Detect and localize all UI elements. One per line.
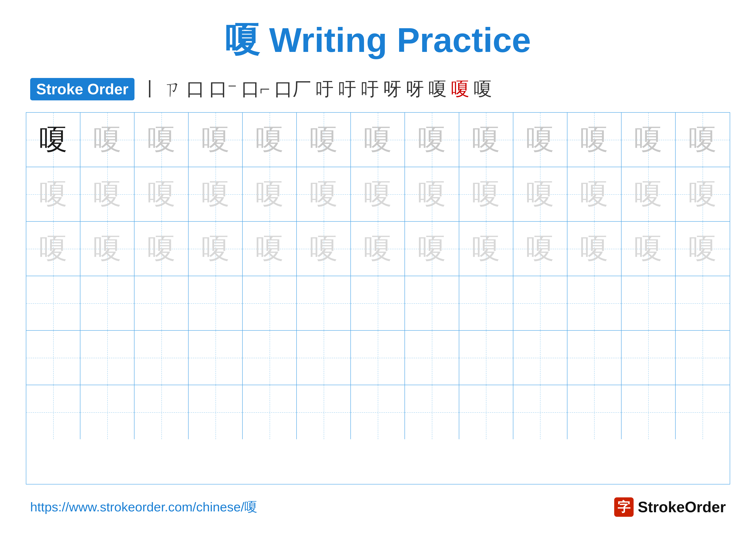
grid-row-5 [26, 385, 730, 439]
stroke-step-7: 吁 [338, 77, 356, 101]
grid-cell-5-3[interactable] [189, 385, 243, 439]
grid-cell-1-6[interactable]: 嗄 [351, 167, 405, 221]
grid-cell-2-0[interactable]: 嗄 [26, 222, 80, 276]
grid-cell-0-6[interactable]: 嗄 [351, 113, 405, 167]
grid-cell-0-8[interactable]: 嗄 [459, 113, 513, 167]
stroke-step-0: 丨 [141, 77, 159, 101]
grid-cell-3-9[interactable] [513, 276, 567, 330]
grid-cell-0-10[interactable]: 嗄 [567, 113, 622, 167]
grid-cell-3-7[interactable] [405, 276, 459, 330]
grid-cell-2-6[interactable]: 嗄 [351, 222, 405, 276]
grid-cell-0-12[interactable]: 嗄 [676, 113, 730, 167]
grid-cell-5-7[interactable] [405, 385, 459, 439]
practice-char: 嗄 [39, 230, 67, 268]
practice-char: 嗄 [148, 230, 176, 268]
grid-cell-4-10[interactable] [567, 331, 622, 385]
grid-row-0: 嗄嗄嗄嗄嗄嗄嗄嗄嗄嗄嗄嗄嗄 [26, 113, 730, 167]
grid-cell-1-10[interactable]: 嗄 [567, 167, 622, 221]
grid-cell-4-7[interactable] [405, 331, 459, 385]
grid-cell-2-10[interactable]: 嗄 [567, 222, 622, 276]
grid-cell-5-2[interactable] [134, 385, 189, 439]
practice-char: 嗄 [202, 175, 230, 213]
grid-cell-5-11[interactable] [622, 385, 676, 439]
grid-cell-2-1[interactable]: 嗄 [80, 222, 134, 276]
grid-cell-1-11[interactable]: 嗄 [622, 167, 676, 221]
grid-cell-3-12[interactable] [676, 276, 730, 330]
grid-cell-3-4[interactable] [243, 276, 297, 330]
grid-cell-4-9[interactable] [513, 331, 567, 385]
grid-cell-5-0[interactable] [26, 385, 80, 439]
grid-cell-3-1[interactable] [80, 276, 134, 330]
grid-cell-5-12[interactable] [676, 385, 730, 439]
grid-cell-2-8[interactable]: 嗄 [459, 222, 513, 276]
grid-cell-1-12[interactable]: 嗄 [676, 167, 730, 221]
grid-cell-5-9[interactable] [513, 385, 567, 439]
grid-cell-0-11[interactable]: 嗄 [622, 113, 676, 167]
grid-cell-2-9[interactable]: 嗄 [513, 222, 567, 276]
grid-cell-0-1[interactable]: 嗄 [80, 113, 134, 167]
practice-char: 嗄 [148, 175, 176, 213]
grid-cell-4-0[interactable] [26, 331, 80, 385]
grid-cell-2-11[interactable]: 嗄 [622, 222, 676, 276]
stroke-step-4: 口⌐ [241, 77, 270, 101]
grid-cell-4-6[interactable] [351, 331, 405, 385]
stroke-step-1: ㄗ [164, 77, 182, 101]
stroke-step-2: 口 [186, 77, 205, 101]
grid-cell-5-8[interactable] [459, 385, 513, 439]
grid-cell-1-9[interactable]: 嗄 [513, 167, 567, 221]
grid-cell-2-12[interactable]: 嗄 [676, 222, 730, 276]
grid-cell-0-0[interactable]: 嗄 [26, 113, 80, 167]
grid-cell-2-2[interactable]: 嗄 [134, 222, 189, 276]
grid-cell-2-7[interactable]: 嗄 [405, 222, 459, 276]
page-title: 嗄 Writing Practice [225, 17, 531, 64]
grid-cell-1-3[interactable]: 嗄 [189, 167, 243, 221]
grid-cell-1-1[interactable]: 嗄 [80, 167, 134, 221]
grid-cell-2-4[interactable]: 嗄 [243, 222, 297, 276]
practice-char: 嗄 [688, 175, 716, 213]
grid-cell-3-10[interactable] [567, 276, 622, 330]
grid-cell-4-3[interactable] [189, 331, 243, 385]
grid-cell-4-1[interactable] [80, 331, 134, 385]
grid-cell-4-2[interactable] [134, 331, 189, 385]
grid-cell-3-8[interactable] [459, 276, 513, 330]
grid-cell-0-5[interactable]: 嗄 [297, 113, 351, 167]
grid-cell-1-4[interactable]: 嗄 [243, 167, 297, 221]
grid-cell-3-2[interactable] [134, 276, 189, 330]
grid-cell-4-8[interactable] [459, 331, 513, 385]
grid-cell-0-9[interactable]: 嗄 [513, 113, 567, 167]
grid-cell-1-0[interactable]: 嗄 [26, 167, 80, 221]
grid-cell-5-6[interactable] [351, 385, 405, 439]
grid-cell-3-11[interactable] [622, 276, 676, 330]
grid-cell-0-4[interactable]: 嗄 [243, 113, 297, 167]
practice-char: 嗄 [688, 230, 716, 268]
grid-cell-0-3[interactable]: 嗄 [189, 113, 243, 167]
grid-cell-3-0[interactable] [26, 276, 80, 330]
grid-cell-4-12[interactable] [676, 331, 730, 385]
practice-char: 嗄 [364, 175, 392, 213]
practice-char: 嗄 [526, 121, 554, 159]
grid-cell-1-2[interactable]: 嗄 [134, 167, 189, 221]
grid-cell-1-8[interactable]: 嗄 [459, 167, 513, 221]
grid-cell-2-3[interactable]: 嗄 [189, 222, 243, 276]
practice-char: 嗄 [364, 230, 392, 268]
grid-cell-1-5[interactable]: 嗄 [297, 167, 351, 221]
grid-cell-2-5[interactable]: 嗄 [297, 222, 351, 276]
practice-char: 嗄 [634, 230, 662, 268]
grid-cell-1-7[interactable]: 嗄 [405, 167, 459, 221]
grid-cell-0-7[interactable]: 嗄 [405, 113, 459, 167]
grid-cell-3-3[interactable] [189, 276, 243, 330]
grid-cell-4-4[interactable] [243, 331, 297, 385]
grid-cell-3-6[interactable] [351, 276, 405, 330]
stroke-step-9: 呀 [383, 77, 401, 101]
grid-cell-5-5[interactable] [297, 385, 351, 439]
grid-cell-0-2[interactable]: 嗄 [134, 113, 189, 167]
grid-cell-5-1[interactable] [80, 385, 134, 439]
page: 嗄 Writing Practice Stroke Order 丨ㄗ口口⁻口⌐口… [0, 0, 756, 534]
grid-cell-5-4[interactable] [243, 385, 297, 439]
practice-char: 嗄 [364, 121, 392, 159]
practice-char: 嗄 [526, 230, 554, 268]
grid-cell-5-10[interactable] [567, 385, 622, 439]
grid-cell-3-5[interactable] [297, 276, 351, 330]
grid-cell-4-5[interactable] [297, 331, 351, 385]
grid-cell-4-11[interactable] [622, 331, 676, 385]
